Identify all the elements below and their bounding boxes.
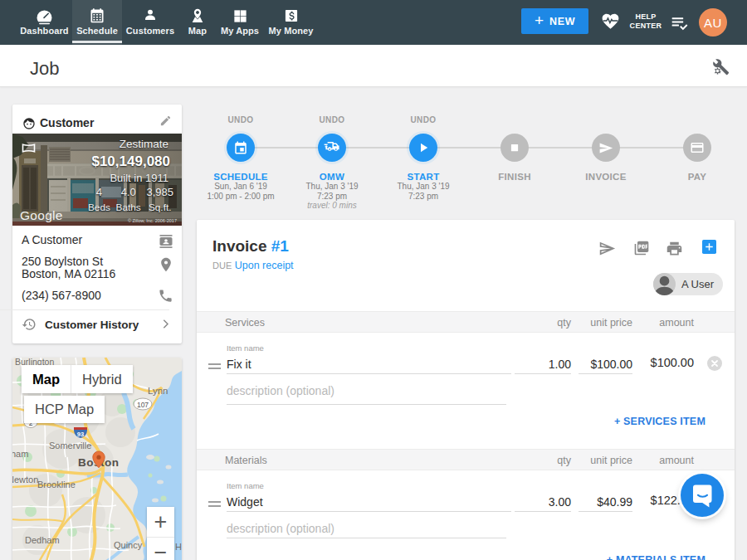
map-label-somerville: Somerville	[49, 441, 91, 450]
chat-launcher-button[interactable]	[681, 474, 724, 517]
dashboard-icon	[35, 7, 54, 25]
nav-tab-map[interactable]: Map	[182, 0, 213, 45]
drag-line	[208, 505, 221, 507]
play-icon	[416, 140, 431, 155]
help-center-label: HELP	[627, 12, 664, 22]
input-underline	[579, 511, 632, 512]
invoice-number: #1	[271, 237, 289, 255]
map-zoom-control: + −	[147, 507, 174, 560]
due-value-link[interactable]: Upon receipt	[235, 260, 294, 271]
start-step-button[interactable]	[409, 134, 437, 162]
history-icon	[22, 317, 37, 335]
material-item-name-input[interactable]: Widget	[227, 495, 263, 509]
job-progress-steps: UNDO SCHEDULE Sun, Jan 6 '19 1:00 pm - 2…	[195, 100, 743, 216]
phone-icon[interactable]	[158, 288, 173, 307]
nav-tab-schedule[interactable]: Schedule	[72, 0, 122, 45]
send-icon	[598, 139, 615, 157]
materials-section-header: Materials qty unit price amount	[197, 449, 735, 470]
hcp-map-button[interactable]: HCP Map	[24, 396, 105, 423]
remove-service-item-button[interactable]	[707, 356, 722, 371]
location-pin-icon[interactable]	[158, 256, 174, 276]
send-invoice-icon[interactable]	[598, 240, 616, 261]
nav-tab-dashboard[interactable]: Dashboard	[18, 0, 71, 45]
location-map[interactable]: Burlington Lynn Somerville Brookline New…	[12, 358, 182, 560]
map-label-newton: Newton	[12, 475, 38, 485]
user-avatar[interactable]: AU	[699, 8, 727, 37]
stat-label: Baths	[116, 202, 141, 213]
input-underline	[515, 511, 571, 512]
assignee-avatar-icon	[653, 273, 676, 295]
map-type-hybrid-button[interactable]: Hybrid	[71, 365, 133, 393]
assignee-chip[interactable]: A User	[653, 273, 723, 295]
photo-credit: © Zillow, Inc. 2006-2017	[128, 218, 177, 223]
customer-card-title: Customer	[40, 116, 94, 129]
nav-tab-customers[interactable]: Customers	[124, 0, 176, 45]
undo-omw-button[interactable]: UNDO	[286, 115, 378, 126]
zoom-out-button[interactable]: −	[147, 538, 174, 560]
map-type-map-button[interactable]: Map	[22, 365, 71, 393]
chevron-right-icon[interactable]	[159, 318, 172, 334]
new-button[interactable]: + NEW	[521, 8, 588, 34]
my-apps-icon	[232, 7, 248, 25]
stat-label: Beds	[88, 202, 110, 213]
add-material-item-button[interactable]: + MATERIALS ITEM	[607, 554, 706, 560]
service-description-input[interactable]: description (optional)	[227, 384, 334, 397]
my-money-icon	[283, 7, 300, 25]
add-invoice-icon[interactable]	[702, 240, 716, 257]
undo-start-button[interactable]: UNDO	[378, 115, 469, 126]
invoice-step-button[interactable]	[592, 134, 620, 162]
nav-tab-label: My Apps	[221, 26, 259, 36]
service-item-name-input[interactable]: Fix it	[227, 358, 251, 371]
invoice-title: Invoice #1	[212, 237, 289, 256]
services-section-header: Services qty unit price amount	[197, 311, 735, 333]
street-view-icon[interactable]	[22, 142, 36, 157]
property-photo: Zestimate $10,149,080 Built in 1911 4Bed…	[12, 134, 182, 226]
input-underline	[515, 373, 571, 374]
drag-handle[interactable]	[208, 501, 221, 509]
map-label-brookline: Brookline	[37, 480, 76, 489]
divider	[0, 309, 169, 310]
input-underline	[227, 404, 506, 405]
job-settings-icon[interactable]	[712, 58, 730, 80]
contact-card-icon[interactable]	[158, 233, 174, 253]
nav-tab-label: Customers	[126, 26, 174, 36]
edit-customer-icon[interactable]	[159, 114, 172, 130]
nav-tab-my-apps[interactable]: My Apps	[217, 0, 262, 45]
step-pay: PAY	[652, 100, 743, 182]
health-icon[interactable]	[600, 11, 621, 35]
address-line: Boston, MA 02116	[22, 268, 115, 280]
schedule-step-button[interactable]	[227, 134, 255, 162]
zoom-in-button[interactable]: +	[147, 507, 174, 537]
new-button-label: NEW	[549, 16, 575, 27]
print-icon[interactable]	[666, 240, 683, 261]
pdf-icon[interactable]	[633, 240, 650, 260]
stop-icon	[507, 140, 522, 155]
step-finish: FINISH	[469, 100, 560, 182]
svg-text:107: 107	[137, 401, 149, 409]
help-center-button[interactable]: HELP CENTER	[627, 12, 664, 31]
service-qty-input[interactable]: 1.00	[515, 358, 571, 371]
finish-step-button[interactable]	[500, 134, 529, 162]
help-center-label: CENTER	[627, 22, 664, 31]
svg-text:93: 93	[77, 431, 84, 438]
add-service-item-button[interactable]: + SERVICES ITEM	[614, 416, 706, 427]
property-stat: 3,985Sq.ft.	[146, 187, 173, 213]
drag-handle[interactable]	[208, 363, 221, 372]
activity-list-icon[interactable]	[669, 12, 690, 37]
undo-schedule-button[interactable]: UNDO	[195, 115, 286, 126]
address-line: 250 Boylston St	[22, 256, 115, 268]
omw-step-button[interactable]	[318, 134, 346, 162]
material-description-input[interactable]: description (optional)	[227, 522, 334, 535]
customer-history-link[interactable]: Customer History	[45, 319, 139, 331]
drag-line	[208, 363, 221, 365]
chat-icon	[691, 483, 714, 508]
pay-step-button[interactable]	[683, 134, 711, 162]
service-amount: $100.00	[619, 356, 694, 369]
nav-tab-my-money[interactable]: My Money	[265, 0, 317, 45]
map-icon	[189, 7, 206, 25]
map-label-hingham: Hi	[175, 542, 182, 552]
material-qty-input[interactable]: 3.00	[515, 495, 571, 509]
property-stat: 4Beds	[88, 187, 110, 213]
map-label-lynn: Lynn	[148, 386, 168, 396]
zestimate-value: $10,149,080	[91, 153, 170, 170]
